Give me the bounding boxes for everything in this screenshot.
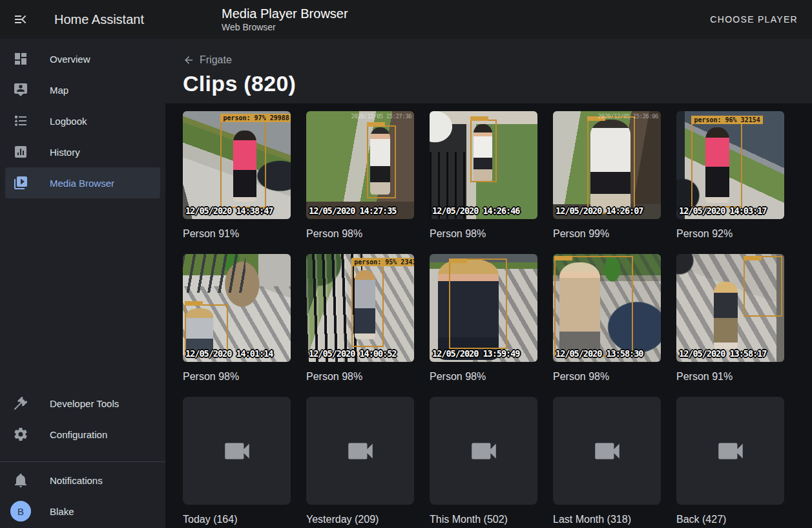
clip-label: Person 91% (676, 370, 784, 384)
sidebar-item-label: Configuration (50, 429, 107, 440)
clip-thumbnail: person: 95% 23432 12/05/2020 14:00:52 (306, 254, 414, 362)
detection-bounding-box (367, 125, 396, 199)
detection-bounding-box: person: 95% 23432 (351, 265, 384, 347)
clip-label: Person 91% (183, 227, 291, 241)
detection-label (470, 116, 488, 121)
clip-card[interactable]: 12/05/2020 13:58:30 Person 98% (553, 254, 661, 384)
header-left: Home Assistant (0, 12, 165, 27)
detection-bounding-box: person: 96% 32154 (691, 123, 742, 207)
folder-tile (306, 397, 414, 505)
clips-grid: person: 97% 29988 12/05/2020 14:38:47 Pe… (183, 111, 812, 527)
clip-card[interactable]: 12/05/2020 13:59:49 Person 98% (430, 254, 537, 384)
clip-card[interactable]: person: 95% 23432 12/05/2020 14:00:52 Pe… (306, 254, 414, 384)
clip-card[interactable]: 12/05/2020 13:58:17 Person 91% (676, 254, 784, 384)
folder-tile (676, 397, 784, 505)
detection-label: person: 96% 32154 (691, 116, 762, 124)
sidebar-item-label: Map (50, 85, 68, 96)
clip-thumbnail: person: 97% 29988 12/05/2020 14:38:47 (183, 111, 291, 219)
hammer-icon (13, 396, 28, 411)
sidebar-item-overview[interactable]: Overview (5, 43, 160, 74)
dashboard-icon (13, 51, 28, 67)
sidebar-item-label: Media Browser (50, 178, 114, 189)
folder-card-back[interactable]: Back (427) (676, 397, 784, 527)
sidebar-item-logbook[interactable]: Logbook (5, 105, 160, 136)
breadcrumb[interactable]: Frigate (183, 54, 812, 66)
person-silhouette (714, 282, 738, 349)
sidebar-item-configuration[interactable]: Configuration (5, 419, 160, 450)
clip-card[interactable]: 12/05/2020 14:26:46 Person 98% (430, 111, 537, 241)
clip-timestamp-overlay: 12/05/2020 14:00:52 (309, 348, 396, 359)
detection-bounding-box (554, 256, 633, 356)
clip-thumbnail: 2020/12/05 15:27:36 12/05/2020 14:27:35 (306, 111, 414, 219)
sidebar-item-media-browser[interactable]: Media Browser (5, 167, 160, 198)
video-camera-icon (468, 435, 500, 467)
clips-grid-area: person: 97% 29988 12/05/2020 14:38:47 Pe… (165, 103, 812, 528)
detection-label: person: 95% 23432 (351, 258, 414, 266)
detection-label (554, 256, 572, 260)
sidebar-spacer (0, 198, 165, 388)
folder-card-yesterday[interactable]: Yesterday (209) (306, 397, 414, 527)
detection-label: person: 97% 29988 (220, 114, 291, 122)
clip-label: Person 98% (553, 370, 661, 384)
sidebar-item-map[interactable]: Map (5, 74, 160, 105)
app-title: Home Assistant (54, 12, 144, 27)
folder-label: Back (427) (676, 512, 784, 527)
play-box-multiple-icon (13, 175, 28, 191)
video-camera-icon (344, 435, 377, 467)
tooltip-account-icon (13, 82, 28, 98)
video-camera-icon (591, 435, 623, 467)
choose-player-button[interactable]: CHOOSE PLAYER (710, 14, 798, 25)
sidebar-item-history[interactable]: History (5, 136, 160, 167)
folder-card-today[interactable]: Today (164) (183, 397, 291, 527)
clip-label: Person 98% (430, 227, 537, 241)
detection-bounding-box (470, 120, 496, 182)
folder-label: Yesterday (209) (306, 512, 414, 527)
folder-card-last-month[interactable]: Last Month (318) (553, 397, 661, 527)
sidebar-item-label: Notifications (50, 475, 103, 486)
detection-label (185, 301, 203, 306)
folder-label: Last Month (318) (553, 512, 661, 527)
clip-label: Person 99% (553, 227, 661, 241)
clip-card[interactable]: person: 97% 29988 12/05/2020 14:38:47 Pe… (183, 111, 291, 241)
detection-label (449, 259, 467, 263)
clip-label: Person 98% (306, 227, 414, 241)
video-camera-icon (221, 435, 253, 467)
sidebar: Overview Map Logbook History Media Brows… (0, 39, 165, 528)
sidebar-item-label: Overview (50, 54, 90, 65)
clip-timestamp-overlay: 12/05/2020 14:01:14 (185, 348, 273, 359)
clip-card[interactable]: 12/05/2020 14:01:14 Person 98% (183, 254, 291, 384)
folder-card-this-month[interactable]: This Month (502) (430, 397, 537, 527)
camera-osd-overlay: 2020/12/05 15:27:36 (351, 113, 411, 120)
clip-thumbnail: 12/05/2020 14:01:14 (183, 254, 291, 362)
panel-title: Media Player Browser (222, 6, 348, 21)
page-title: Clips (820) (183, 71, 812, 96)
list-bulleted-icon (13, 113, 28, 129)
clip-label: Person 98% (306, 370, 414, 384)
clip-card[interactable]: 2020/12/05 15:26:06 12/05/2020 14:26:07 … (553, 111, 661, 241)
clip-timestamp-overlay: 12/05/2020 13:58:30 (556, 348, 643, 359)
video-camera-icon (714, 435, 747, 467)
detection-bounding-box (744, 256, 782, 317)
app-header: Home Assistant Media Player Browser Web … (0, 0, 812, 39)
sidebar-item-notifications[interactable]: Notifications (5, 465, 160, 496)
gear-icon (13, 427, 28, 442)
clip-thumbnail: 12/05/2020 13:58:30 (553, 254, 661, 362)
clip-label: Person 98% (430, 370, 537, 384)
detection-bounding-box (587, 116, 634, 213)
avatar: B (10, 501, 31, 522)
back-arrow-icon (183, 54, 194, 66)
folder-tile (183, 397, 291, 505)
folder-label: Today (164) (183, 512, 291, 527)
clip-thumbnail: 12/05/2020 13:58:17 (676, 254, 784, 362)
media-browser-panel: Frigate Clips (820) person: 97% 29988 12… (165, 39, 812, 528)
sidebar-item-profile[interactable]: B Blake (5, 496, 160, 527)
clip-card[interactable]: person: 96% 32154 12/05/2020 14:03:17 Pe… (676, 111, 784, 241)
clip-thumbnail: 12/05/2020 13:59:49 (430, 254, 537, 362)
clip-card[interactable]: 2020/12/05 15:27:36 12/05/2020 14:27:35 … (306, 111, 414, 241)
sidebar-item-developer-tools[interactable]: Developer Tools (5, 388, 160, 419)
sidebar-toggle-icon[interactable] (13, 12, 28, 27)
panel-title-block: Media Player Browser Web Browser (222, 6, 348, 33)
detection-bounding-box: person: 97% 29988 (220, 121, 265, 208)
sidebar-item-label: Developer Tools (50, 398, 119, 409)
clip-timestamp-overlay: 12/05/2020 14:26:07 (556, 206, 643, 216)
